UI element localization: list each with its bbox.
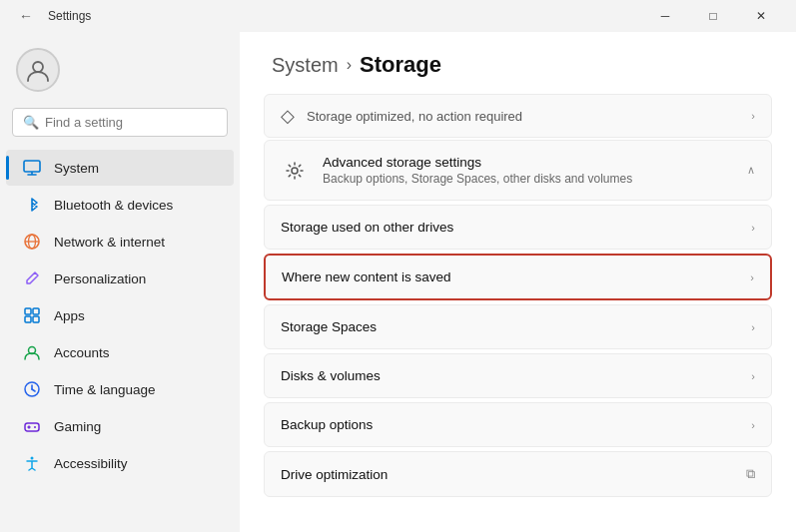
- chevron-right-spaces: ›: [751, 321, 755, 333]
- settings-item-backup[interactable]: Backup options ›: [264, 402, 772, 447]
- svg-rect-1: [24, 161, 40, 172]
- nav-label-network: Network & internet: [54, 235, 165, 250]
- svg-point-20: [292, 168, 298, 174]
- page-header: System › Storage: [240, 32, 796, 94]
- titlebar-left: ← Settings: [12, 2, 91, 30]
- nav-icon-personalization: [22, 268, 42, 288]
- optimize-icon: ◇: [281, 105, 295, 127]
- settings-item-disks[interactable]: Disks & volumes ›: [264, 353, 772, 398]
- nav-label-gaming: Gaming: [54, 419, 101, 434]
- nav-icon-accounts: [22, 342, 42, 362]
- settings-icon-advanced: [281, 157, 309, 185]
- svg-point-0: [33, 62, 43, 72]
- nav-label-bluetooth: Bluetooth & devices: [54, 198, 173, 213]
- search-icon: 🔍: [23, 115, 39, 130]
- nav-icon-network: [22, 232, 42, 252]
- settings-item-spaces[interactable]: Storage Spaces ›: [264, 304, 772, 349]
- settings-right-new-content: ›: [750, 271, 754, 283]
- sidebar: 🔍 System Bluetooth & devices Network & i…: [0, 32, 240, 532]
- optimize-banner[interactable]: ◇ Storage optimized, no action required …: [264, 94, 772, 138]
- titlebar-controls: ─ □ ✕: [642, 0, 784, 32]
- svg-point-19: [31, 457, 34, 460]
- titlebar: ← Settings ─ □ ✕: [0, 0, 796, 32]
- optimize-text: Storage optimized, no action required: [307, 109, 522, 124]
- nav-label-apps: Apps: [54, 308, 85, 323]
- sidebar-item-accounts[interactable]: Accounts: [6, 334, 234, 370]
- svg-rect-9: [25, 316, 31, 322]
- settings-item-other-drives[interactable]: Storage used on other drives ›: [264, 205, 772, 250]
- chevron-right-new-content: ›: [750, 271, 754, 283]
- back-button[interactable]: ←: [12, 2, 40, 30]
- settings-right-other-drives: ›: [751, 222, 755, 234]
- search-input[interactable]: [45, 115, 217, 130]
- chevron-right-disks: ›: [751, 370, 755, 382]
- nav-label-personalization: Personalization: [54, 271, 146, 286]
- chevron-up-advanced: ∧: [747, 164, 755, 177]
- app-body: 🔍 System Bluetooth & devices Network & i…: [0, 32, 796, 532]
- chevron-right-other-drives: ›: [751, 222, 755, 234]
- settings-title-other-drives: Storage used on other drives: [281, 220, 453, 235]
- nav-icon-gaming: [22, 416, 42, 436]
- sidebar-item-time[interactable]: Time & language: [6, 371, 234, 407]
- nav-icon-accessibility: [22, 453, 42, 473]
- nav-label-accounts: Accounts: [54, 345, 110, 360]
- settings-item-optimize[interactable]: Drive optimization ⧉: [264, 451, 772, 497]
- sidebar-item-personalization[interactable]: Personalization: [6, 261, 234, 296]
- breadcrumb-parent: System: [272, 54, 339, 77]
- settings-right-backup: ›: [751, 419, 755, 431]
- settings-title-spaces: Storage Spaces: [281, 319, 377, 334]
- settings-title-new-content: Where new content is saved: [282, 269, 451, 284]
- maximize-button[interactable]: □: [690, 0, 736, 32]
- settings-item-advanced[interactable]: Advanced storage settings Backup options…: [264, 140, 772, 201]
- settings-title-backup: Backup options: [281, 417, 373, 432]
- settings-title-advanced: Advanced storage settings: [323, 155, 632, 170]
- settings-subtitle-advanced: Backup options, Storage Spaces, other di…: [323, 172, 632, 186]
- settings-item-new-content[interactable]: Where new content is saved ›: [264, 254, 772, 300]
- svg-rect-7: [25, 308, 31, 314]
- nav-icon-bluetooth: [22, 195, 42, 215]
- avatar: [16, 48, 60, 92]
- sidebar-item-gaming[interactable]: Gaming: [6, 408, 234, 444]
- svg-rect-15: [25, 423, 39, 431]
- search-box[interactable]: 🔍: [12, 108, 228, 137]
- sidebar-item-network[interactable]: Network & internet: [6, 224, 234, 260]
- nav-list: System Bluetooth & devices Network & int…: [0, 149, 240, 482]
- svg-point-18: [34, 426, 36, 428]
- nav-label-accessibility: Accessibility: [54, 456, 128, 471]
- settings-list: ◇ Storage optimized, no action required …: [240, 94, 796, 501]
- sidebar-item-system[interactable]: System: [6, 150, 234, 186]
- close-button[interactable]: ✕: [738, 0, 784, 32]
- sidebar-avatar: [0, 40, 240, 104]
- settings-right-disks: ›: [751, 370, 755, 382]
- nav-label-system: System: [54, 161, 99, 176]
- sidebar-item-bluetooth[interactable]: Bluetooth & devices: [6, 187, 234, 223]
- sidebar-item-apps[interactable]: Apps: [6, 297, 234, 333]
- main-content: System › Storage ◇ Storage optimized, no…: [240, 32, 796, 532]
- titlebar-title: Settings: [48, 9, 91, 23]
- chevron-right-backup: ›: [751, 419, 755, 431]
- settings-right-optimize: ⧉: [746, 466, 755, 482]
- svg-line-14: [32, 389, 35, 391]
- svg-rect-8: [33, 308, 39, 314]
- nav-icon-system: [22, 158, 42, 178]
- breadcrumb-separator: ›: [347, 56, 352, 74]
- nav-icon-time: [22, 379, 42, 399]
- settings-right-spaces: ›: [751, 321, 755, 333]
- minimize-button[interactable]: ─: [642, 0, 688, 32]
- settings-items-container: Advanced storage settings Backup options…: [264, 140, 772, 501]
- svg-rect-10: [33, 316, 39, 322]
- settings-title-optimize: Drive optimization: [281, 467, 388, 482]
- settings-title-disks: Disks & volumes: [281, 368, 381, 383]
- optimize-chevron: ›: [751, 110, 755, 122]
- settings-right-advanced: ∧: [747, 164, 755, 177]
- nav-icon-apps: [22, 305, 42, 325]
- external-icon-optimize: ⧉: [746, 466, 755, 482]
- sidebar-item-accessibility[interactable]: Accessibility: [6, 445, 234, 481]
- nav-label-time: Time & language: [54, 382, 156, 397]
- breadcrumb-child: Storage: [360, 52, 441, 78]
